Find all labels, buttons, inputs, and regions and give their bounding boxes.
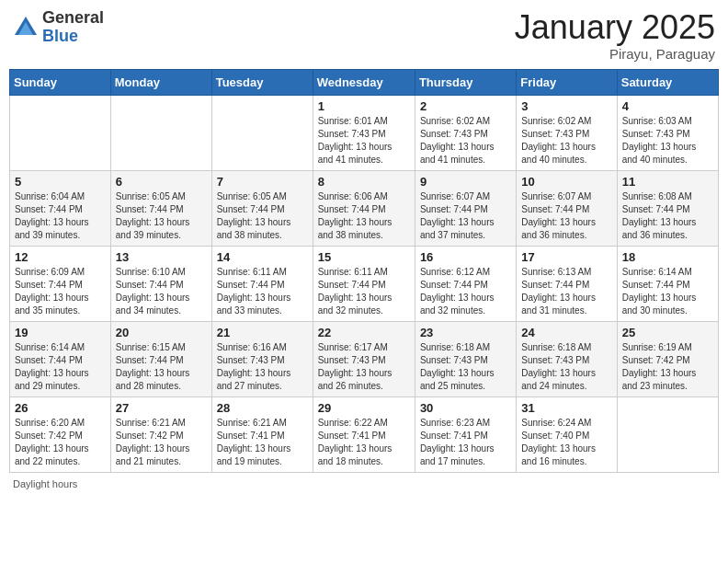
calendar-cell: 28Sunrise: 6:21 AM Sunset: 7:41 PM Dayli… xyxy=(211,396,313,472)
day-info: Sunrise: 6:21 AM Sunset: 7:41 PM Dayligh… xyxy=(217,417,308,468)
calendar-cell: 7Sunrise: 6:05 AM Sunset: 7:44 PM Daylig… xyxy=(211,170,313,246)
calendar-cell: 18Sunrise: 6:14 AM Sunset: 7:44 PM Dayli… xyxy=(617,246,718,321)
day-number: 14 xyxy=(217,250,308,264)
day-number: 16 xyxy=(420,250,511,264)
day-number: 21 xyxy=(217,326,308,339)
calendar-cell: 1Sunrise: 6:01 AM Sunset: 7:43 PM Daylig… xyxy=(313,95,415,170)
day-info: Sunrise: 6:16 AM Sunset: 7:43 PM Dayligh… xyxy=(217,341,308,393)
day-number: 29 xyxy=(318,401,410,415)
calendar-dow-monday: Monday xyxy=(110,69,211,95)
day-number: 30 xyxy=(420,401,511,415)
calendar-cell: 8Sunrise: 6:06 AM Sunset: 7:44 PM Daylig… xyxy=(313,170,415,246)
location: Pirayu, Paraguay xyxy=(515,46,715,62)
calendar-header-row: SundayMondayTuesdayWednesdayThursdayFrid… xyxy=(10,69,719,95)
calendar-week-row: 19Sunrise: 6:14 AM Sunset: 7:44 PM Dayli… xyxy=(10,321,719,396)
day-number: 26 xyxy=(15,401,106,415)
calendar-cell: 23Sunrise: 6:18 AM Sunset: 7:43 PM Dayli… xyxy=(415,321,516,396)
day-info: Sunrise: 6:10 AM Sunset: 7:44 PM Dayligh… xyxy=(116,266,207,317)
calendar-dow-sunday: Sunday xyxy=(10,69,111,95)
day-number: 18 xyxy=(622,250,713,264)
day-number: 17 xyxy=(521,250,611,264)
day-info: Sunrise: 6:12 AM Sunset: 7:44 PM Dayligh… xyxy=(420,266,511,317)
day-info: Sunrise: 6:07 AM Sunset: 7:44 PM Dayligh… xyxy=(521,190,611,242)
day-number: 8 xyxy=(318,175,410,189)
calendar-cell: 12Sunrise: 6:09 AM Sunset: 7:44 PM Dayli… xyxy=(10,246,111,321)
calendar-cell: 3Sunrise: 6:02 AM Sunset: 7:43 PM Daylig… xyxy=(517,95,617,170)
calendar-cell: 13Sunrise: 6:10 AM Sunset: 7:44 PM Dayli… xyxy=(110,246,211,321)
calendar-cell: 25Sunrise: 6:19 AM Sunset: 7:42 PM Dayli… xyxy=(617,321,718,396)
calendar-cell: 29Sunrise: 6:22 AM Sunset: 7:41 PM Dayli… xyxy=(313,396,415,472)
calendar-cell: 24Sunrise: 6:18 AM Sunset: 7:43 PM Dayli… xyxy=(517,321,617,396)
day-number: 31 xyxy=(521,401,611,415)
day-info: Sunrise: 6:22 AM Sunset: 7:41 PM Dayligh… xyxy=(318,417,410,468)
calendar-cell xyxy=(10,95,111,170)
page-header: General Blue January 2025 Pirayu, Paragu… xyxy=(9,9,719,62)
day-info: Sunrise: 6:06 AM Sunset: 7:44 PM Dayligh… xyxy=(318,190,410,242)
calendar-cell: 10Sunrise: 6:07 AM Sunset: 7:44 PM Dayli… xyxy=(517,170,617,246)
day-info: Sunrise: 6:18 AM Sunset: 7:43 PM Dayligh… xyxy=(420,341,511,393)
day-info: Sunrise: 6:20 AM Sunset: 7:42 PM Dayligh… xyxy=(15,417,106,468)
calendar-cell: 16Sunrise: 6:12 AM Sunset: 7:44 PM Dayli… xyxy=(415,246,516,321)
day-info: Sunrise: 6:17 AM Sunset: 7:43 PM Dayligh… xyxy=(318,341,410,393)
day-info: Sunrise: 6:24 AM Sunset: 7:40 PM Dayligh… xyxy=(521,417,611,468)
calendar-cell: 27Sunrise: 6:21 AM Sunset: 7:42 PM Dayli… xyxy=(110,396,211,472)
logo-general-text: General xyxy=(42,9,104,28)
day-number: 25 xyxy=(622,326,713,339)
calendar-cell: 26Sunrise: 6:20 AM Sunset: 7:42 PM Dayli… xyxy=(10,396,111,472)
day-info: Sunrise: 6:13 AM Sunset: 7:44 PM Dayligh… xyxy=(521,266,611,317)
day-number: 5 xyxy=(15,175,106,189)
day-number: 3 xyxy=(521,99,611,113)
calendar-dow-wednesday: Wednesday xyxy=(313,69,415,95)
day-number: 11 xyxy=(622,175,713,189)
day-info: Sunrise: 6:14 AM Sunset: 7:44 PM Dayligh… xyxy=(622,266,713,317)
calendar-week-row: 1Sunrise: 6:01 AM Sunset: 7:43 PM Daylig… xyxy=(10,95,719,170)
day-number: 24 xyxy=(521,326,611,339)
calendar-cell: 30Sunrise: 6:23 AM Sunset: 7:41 PM Dayli… xyxy=(415,396,516,472)
day-number: 2 xyxy=(420,99,511,113)
day-info: Sunrise: 6:23 AM Sunset: 7:41 PM Dayligh… xyxy=(420,417,511,468)
calendar-cell: 6Sunrise: 6:05 AM Sunset: 7:44 PM Daylig… xyxy=(110,170,211,246)
calendar-cell: 14Sunrise: 6:11 AM Sunset: 7:44 PM Dayli… xyxy=(211,246,313,321)
logo-icon xyxy=(13,15,39,40)
day-info: Sunrise: 6:02 AM Sunset: 7:43 PM Dayligh… xyxy=(521,115,611,167)
calendar-cell: 11Sunrise: 6:08 AM Sunset: 7:44 PM Dayli… xyxy=(617,170,718,246)
calendar-cell: 5Sunrise: 6:04 AM Sunset: 7:44 PM Daylig… xyxy=(10,170,111,246)
calendar-cell: 22Sunrise: 6:17 AM Sunset: 7:43 PM Dayli… xyxy=(313,321,415,396)
day-number: 19 xyxy=(15,326,106,339)
calendar-week-row: 26Sunrise: 6:20 AM Sunset: 7:42 PM Dayli… xyxy=(10,396,719,472)
day-info: Sunrise: 6:03 AM Sunset: 7:43 PM Dayligh… xyxy=(622,115,713,167)
day-number: 1 xyxy=(318,99,410,113)
calendar-dow-friday: Friday xyxy=(517,69,617,95)
month-title: January 2025 xyxy=(515,9,715,46)
day-number: 27 xyxy=(116,401,207,415)
calendar-cell xyxy=(211,95,313,170)
calendar-week-row: 12Sunrise: 6:09 AM Sunset: 7:44 PM Dayli… xyxy=(10,246,719,321)
day-number: 13 xyxy=(116,250,207,264)
day-info: Sunrise: 6:05 AM Sunset: 7:44 PM Dayligh… xyxy=(217,190,308,242)
day-info: Sunrise: 6:15 AM Sunset: 7:44 PM Dayligh… xyxy=(116,341,207,393)
day-number: 6 xyxy=(116,175,207,189)
footer-note: Daylight hours xyxy=(9,478,719,489)
day-info: Sunrise: 6:11 AM Sunset: 7:44 PM Dayligh… xyxy=(217,266,308,317)
calendar-dow-tuesday: Tuesday xyxy=(211,69,313,95)
calendar-cell: 9Sunrise: 6:07 AM Sunset: 7:44 PM Daylig… xyxy=(415,170,516,246)
logo: General Blue xyxy=(13,9,104,46)
day-info: Sunrise: 6:21 AM Sunset: 7:42 PM Dayligh… xyxy=(116,417,207,468)
calendar-cell: 2Sunrise: 6:02 AM Sunset: 7:43 PM Daylig… xyxy=(415,95,516,170)
calendar-cell: 19Sunrise: 6:14 AM Sunset: 7:44 PM Dayli… xyxy=(10,321,111,396)
day-info: Sunrise: 6:18 AM Sunset: 7:43 PM Dayligh… xyxy=(521,341,611,393)
day-info: Sunrise: 6:11 AM Sunset: 7:44 PM Dayligh… xyxy=(318,266,410,317)
calendar-cell: 17Sunrise: 6:13 AM Sunset: 7:44 PM Dayli… xyxy=(517,246,617,321)
day-number: 28 xyxy=(217,401,308,415)
day-info: Sunrise: 6:09 AM Sunset: 7:44 PM Dayligh… xyxy=(15,266,106,317)
day-info: Sunrise: 6:08 AM Sunset: 7:44 PM Dayligh… xyxy=(622,190,713,242)
calendar-week-row: 5Sunrise: 6:04 AM Sunset: 7:44 PM Daylig… xyxy=(10,170,719,246)
logo-blue-text: Blue xyxy=(42,28,104,46)
day-number: 12 xyxy=(15,250,106,264)
calendar-table: SundayMondayTuesdayWednesdayThursdayFrid… xyxy=(9,69,719,473)
day-info: Sunrise: 6:02 AM Sunset: 7:43 PM Dayligh… xyxy=(420,115,511,167)
day-number: 22 xyxy=(318,326,410,339)
day-number: 15 xyxy=(318,250,410,264)
day-info: Sunrise: 6:19 AM Sunset: 7:42 PM Dayligh… xyxy=(622,341,713,393)
day-info: Sunrise: 6:14 AM Sunset: 7:44 PM Dayligh… xyxy=(15,341,106,393)
